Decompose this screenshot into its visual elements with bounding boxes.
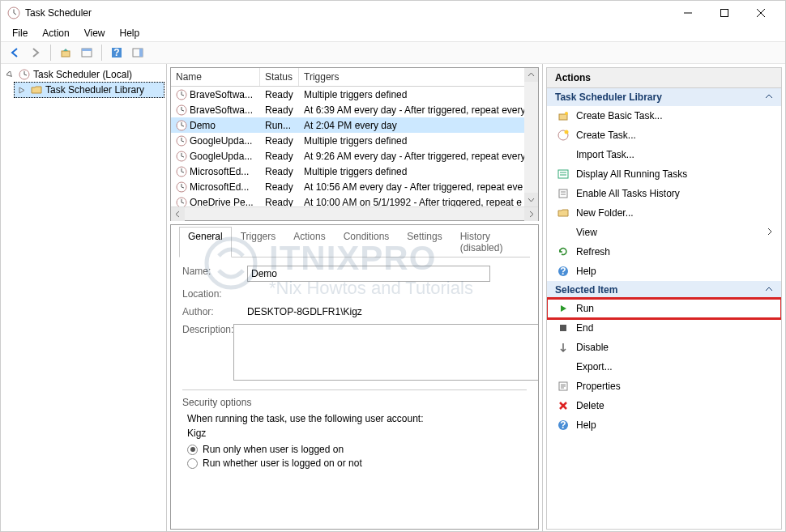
- chevron-up-icon: [765, 92, 773, 103]
- menu-action[interactable]: Action: [36, 26, 75, 40]
- action-disable[interactable]: Disable: [547, 338, 781, 357]
- close-button[interactable]: [742, 1, 779, 25]
- action-delete[interactable]: Delete: [547, 396, 781, 415]
- table-row[interactable]: GoogleUpda...ReadyAt 9:26 AM every day -…: [171, 148, 538, 164]
- task-name: BraveSoftwa...: [190, 89, 253, 100]
- minimize-button[interactable]: [669, 1, 706, 25]
- table-row[interactable]: DemoRun...At 2:04 PM every day: [171, 117, 538, 133]
- forward-button[interactable]: [27, 44, 45, 62]
- col-status[interactable]: Status: [260, 68, 299, 86]
- action-create-task[interactable]: Create Task...: [547, 126, 781, 145]
- svg-rect-13: [139, 49, 143, 57]
- task-name: BraveSoftwa...: [190, 104, 253, 116]
- radio-icon: [187, 445, 198, 455]
- tab-general[interactable]: General: [179, 227, 232, 257]
- radio-icon: [187, 458, 198, 469]
- task-trigger: Multiple triggers defined: [299, 135, 538, 147]
- tab-settings[interactable]: Settings: [398, 227, 451, 257]
- action-label: Display All Running Tasks: [576, 168, 687, 180]
- menu-view[interactable]: View: [78, 26, 112, 40]
- action-properties[interactable]: Properties: [547, 377, 781, 396]
- history-icon: [557, 187, 570, 200]
- task-name: Demo: [190, 120, 216, 131]
- task-details: General Triggers Actions Conditions Sett…: [170, 224, 539, 530]
- clock-icon: [176, 181, 187, 193]
- col-triggers[interactable]: Triggers: [299, 68, 538, 86]
- tree-library[interactable]: Task Scheduler Library: [14, 82, 164, 98]
- action-help[interactable]: ?Help: [547, 262, 781, 281]
- action-help[interactable]: ?Help: [547, 415, 781, 435]
- action-new-folder[interactable]: New Folder...: [547, 203, 781, 223]
- action-export[interactable]: Export...: [547, 357, 781, 377]
- action-import-task[interactable]: Import Task...: [547, 145, 781, 164]
- vertical-scrollbar[interactable]: [524, 68, 538, 206]
- menu-help[interactable]: Help: [113, 26, 147, 40]
- tab-conditions[interactable]: Conditions: [335, 227, 399, 257]
- action-create-basic-task[interactable]: Create Basic Task...: [547, 106, 781, 126]
- action-run[interactable]: Run: [547, 299, 781, 318]
- title-bar: Task Scheduler: [1, 1, 785, 25]
- radio-logged-on[interactable]: Run only when user is logged on: [187, 444, 527, 455]
- disable-icon: [557, 341, 570, 354]
- task-status: Ready: [260, 135, 299, 147]
- svg-rect-45: [558, 170, 568, 178]
- table-row[interactable]: BraveSoftwa...ReadyMultiple triggers def…: [171, 87, 538, 102]
- help-button[interactable]: ?: [108, 44, 126, 62]
- actions-pane: Actions Task Scheduler Library Create Ba…: [542, 64, 785, 532]
- panel-button[interactable]: [78, 44, 96, 62]
- table-row[interactable]: MicrosoftEd...ReadyAt 10:56 AM every day…: [171, 179, 538, 194]
- scroll-right-icon[interactable]: [524, 207, 538, 221]
- action-view[interactable]: View: [547, 223, 781, 242]
- scroll-left-icon[interactable]: [171, 207, 185, 221]
- tab-actions[interactable]: Actions: [284, 227, 334, 257]
- scroll-up-icon[interactable]: [524, 68, 538, 82]
- tab-triggers[interactable]: Triggers: [232, 227, 285, 257]
- tree-expander-child[interactable]: [16, 87, 28, 94]
- name-field[interactable]: [247, 266, 490, 282]
- security-user: Kigz: [187, 428, 527, 439]
- task-status: Ready: [260, 151, 299, 162]
- svg-point-42: [565, 112, 568, 115]
- up-button[interactable]: [57, 44, 75, 62]
- task-status: Ready: [260, 104, 299, 116]
- panel2-button[interactable]: [129, 44, 147, 62]
- col-name[interactable]: Name: [171, 68, 260, 86]
- table-row[interactable]: BraveSoftwa...ReadyAt 6:39 AM every day …: [171, 102, 538, 117]
- folder-icon: [557, 206, 570, 219]
- new-task-icon: [557, 129, 570, 142]
- svg-text:?: ?: [560, 419, 566, 431]
- menu-file[interactable]: File: [6, 26, 34, 40]
- back-button[interactable]: [6, 44, 23, 62]
- tab-strip: General Triggers Actions Conditions Sett…: [179, 227, 530, 257]
- task-status: Ready: [260, 166, 299, 177]
- table-row[interactable]: GoogleUpda...ReadyMultiple triggers defi…: [171, 133, 538, 148]
- refresh-icon: [557, 245, 570, 258]
- tab-history[interactable]: History (disabled): [451, 227, 530, 257]
- clock-icon: [176, 104, 187, 116]
- actions-section-selected[interactable]: Selected Item: [547, 281, 781, 299]
- author-label: Author:: [182, 306, 247, 317]
- maximize-button[interactable]: [706, 1, 742, 25]
- svg-text:?: ?: [560, 266, 566, 277]
- location-label: Location:: [182, 288, 247, 300]
- action-display-all-running-tasks[interactable]: Display All Running Tasks: [547, 164, 781, 184]
- clock-icon: [176, 197, 187, 207]
- tree-expander[interactable]: [4, 71, 15, 79]
- horizontal-scrollbar[interactable]: [171, 206, 538, 220]
- table-row[interactable]: OneDrive Pe...ReadyAt 10:00 AM on 5/1/19…: [171, 194, 538, 206]
- task-name: MicrosoftEd...: [190, 166, 249, 177]
- menu-bar: File Action View Help: [1, 25, 785, 41]
- table-row[interactable]: MicrosoftEd...ReadyMultiple triggers def…: [171, 164, 538, 179]
- description-field[interactable]: [233, 324, 539, 381]
- action-label: Help: [576, 419, 596, 431]
- tree-root[interactable]: Task Scheduler (Local): [2, 67, 164, 82]
- radio-whether[interactable]: Run whether user is logged on or not: [187, 458, 527, 469]
- action-enable-all-tasks-history[interactable]: Enable All Tasks History: [547, 184, 781, 203]
- action-refresh[interactable]: Refresh: [547, 242, 781, 262]
- scroll-down-icon[interactable]: [524, 193, 538, 206]
- action-label: Create Basic Task...: [576, 110, 663, 121]
- tree-root-label: Task Scheduler (Local): [33, 69, 132, 80]
- description-label: Description:: [182, 324, 233, 335]
- action-end[interactable]: End: [547, 318, 781, 338]
- actions-section-library[interactable]: Task Scheduler Library: [547, 88, 781, 106]
